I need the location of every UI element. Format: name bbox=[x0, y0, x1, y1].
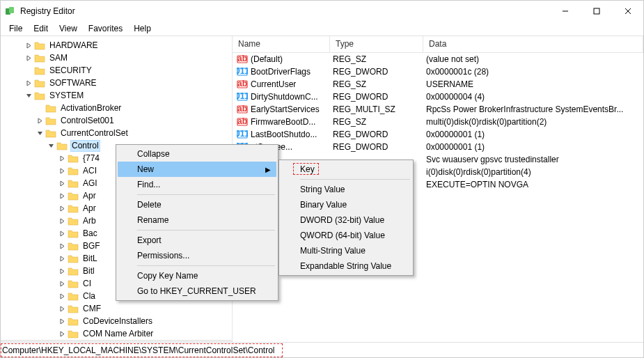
menu-view[interactable]: View bbox=[54, 22, 83, 35]
tree-item[interactable]: HARDWARE bbox=[1, 39, 232, 52]
ctx-goto[interactable]: Go to HKEY_CURRENT_USER bbox=[118, 283, 276, 299]
tree-item[interactable]: CMF bbox=[1, 302, 232, 315]
expander-icon[interactable] bbox=[56, 228, 68, 239]
value-name: FirmwareBootD... bbox=[251, 117, 315, 127]
expander-icon[interactable] bbox=[23, 65, 34, 76]
expander-icon[interactable] bbox=[56, 153, 68, 164]
tree-item[interactable]: SAM bbox=[1, 52, 232, 64]
menu-edit[interactable]: Edit bbox=[28, 22, 54, 35]
list-row[interactable]: ab(Default)REG_SZ(value not set) bbox=[233, 53, 643, 65]
ctx-copykeyname[interactable]: Copy Key Name bbox=[118, 268, 276, 283]
ctx-new-multistring[interactable]: Multi-String Value bbox=[281, 243, 411, 258]
expander-icon[interactable] bbox=[56, 303, 68, 314]
tree-label: COM Name Arbiter bbox=[81, 329, 155, 338]
list-row[interactable]: abCurrentUserREG_SZUSERNAME bbox=[233, 78, 643, 91]
value-icon: 011 bbox=[237, 129, 248, 140]
tree-label: Cla bbox=[81, 291, 97, 301]
list-row[interactable]: 011LastBootShutdo...REG_DWORD0x00000001 … bbox=[233, 128, 643, 141]
tree-item[interactable]: SOFTWARE bbox=[1, 77, 232, 89]
expander-icon[interactable] bbox=[34, 127, 45, 139]
value-data: multi(0)disk(0)rdisk(0)partition(2) bbox=[423, 117, 643, 127]
value-name: EarlyStartServices bbox=[251, 104, 320, 114]
value-data: USERNAME bbox=[423, 79, 643, 89]
list-row[interactable]: 011otSuccee...REG_DWORD0x00000001 (1) bbox=[233, 141, 643, 153]
list-row[interactable]: abEarlyStartServicesREG_MULTI_SZRpcSs Po… bbox=[233, 103, 643, 116]
list-row[interactable]: 011DirtyShutdownC...REG_DWORD0x00000004 … bbox=[233, 91, 643, 103]
tree-item[interactable]: ControlSet001 bbox=[1, 114, 232, 127]
value-type: REG_SZ bbox=[330, 117, 423, 127]
menu-favorites[interactable]: Favorites bbox=[83, 22, 128, 35]
expander-icon[interactable] bbox=[56, 178, 68, 189]
close-button[interactable] bbox=[612, 1, 643, 22]
list-row[interactable]: 011BootDriverFlagsREG_DWORD0x0000001c (2… bbox=[233, 65, 643, 78]
ctx-find[interactable]: Find... bbox=[118, 177, 276, 192]
minimize-button[interactable] bbox=[549, 1, 581, 22]
app-icon bbox=[5, 6, 16, 17]
expander-icon[interactable] bbox=[56, 328, 68, 339]
expander-icon[interactable] bbox=[23, 40, 34, 51]
ctx-sep bbox=[137, 230, 275, 231]
menu-file[interactable]: File bbox=[3, 22, 28, 35]
menu-help[interactable]: Help bbox=[128, 22, 157, 35]
tree-item[interactable]: ActivationBroker bbox=[1, 102, 232, 114]
list-row[interactable]: abFirmwareBootD...REG_SZmulti(0)disk(0)r… bbox=[233, 116, 643, 128]
tree-label: CI bbox=[81, 279, 93, 288]
ctx-new-dword[interactable]: DWORD (32-bit) Value bbox=[281, 212, 411, 228]
tree-label: CMF bbox=[81, 304, 102, 313]
expander-icon[interactable] bbox=[56, 265, 68, 277]
expander-icon[interactable] bbox=[23, 77, 34, 88]
tree-item[interactable]: SECURITY bbox=[1, 64, 232, 77]
expander-icon[interactable] bbox=[56, 215, 68, 226]
tree-item[interactable]: SYSTEM bbox=[1, 89, 232, 102]
expander-icon[interactable] bbox=[23, 52, 34, 63]
ctx-permissions[interactable]: Permissions... bbox=[118, 248, 276, 263]
tree-label: {774 bbox=[81, 153, 101, 163]
tree-item[interactable]: CoDeviceInstallers bbox=[1, 315, 232, 327]
tree-label: Bitl bbox=[81, 266, 96, 276]
col-data[interactable]: Data bbox=[423, 36, 643, 52]
ctx-new[interactable]: New▶ bbox=[118, 162, 276, 177]
expander-icon[interactable] bbox=[56, 278, 68, 289]
list-header: Name Type Data bbox=[233, 36, 643, 53]
expander-icon[interactable] bbox=[34, 102, 45, 114]
tree-label: SAM bbox=[48, 53, 69, 63]
maximize-button[interactable] bbox=[581, 1, 612, 22]
expander-icon[interactable] bbox=[56, 203, 68, 214]
scroll-right-icon[interactable]: ► bbox=[220, 342, 230, 343]
svg-rect-1 bbox=[9, 7, 14, 13]
scroll-left-icon[interactable]: ◄ bbox=[2, 342, 13, 343]
svg-text:ab: ab bbox=[237, 54, 247, 63]
value-data: (value not set) bbox=[423, 54, 643, 64]
ctx-new-string[interactable]: String Value bbox=[281, 182, 411, 197]
ctx-new-key[interactable]: Key bbox=[281, 162, 411, 177]
expander-icon[interactable] bbox=[56, 240, 68, 251]
ctx-collapse[interactable]: Collapse bbox=[118, 146, 276, 162]
tree-label: AGI bbox=[81, 178, 99, 188]
expander-icon[interactable] bbox=[56, 316, 68, 327]
value-data: 0x00000001 (1) bbox=[423, 130, 643, 139]
ctx-new-expandstring[interactable]: Expandable String Value bbox=[281, 258, 411, 274]
expander-icon[interactable] bbox=[34, 115, 45, 126]
ctx-delete[interactable]: Delete bbox=[118, 197, 276, 212]
tree-label: Arb bbox=[81, 216, 97, 226]
col-name[interactable]: Name bbox=[233, 36, 330, 52]
tree-scroll-thumb[interactable] bbox=[13, 342, 158, 343]
svg-text:011: 011 bbox=[237, 66, 248, 76]
expander-icon[interactable] bbox=[56, 190, 68, 201]
expander-icon[interactable] bbox=[56, 165, 68, 176]
col-type[interactable]: Type bbox=[330, 36, 423, 52]
ctx-new-qword[interactable]: QWORD (64-bit) Value bbox=[281, 228, 411, 243]
expander-icon[interactable] bbox=[56, 290, 68, 302]
ctx-rename[interactable]: Rename bbox=[118, 212, 276, 228]
expander-icon[interactable] bbox=[56, 253, 68, 264]
expander-icon[interactable] bbox=[23, 90, 34, 101]
tree-item[interactable]: COM Name Arbiter bbox=[1, 327, 232, 340]
value-icon: 011 bbox=[237, 66, 248, 77]
tree-item[interactable]: CurrentControlSet bbox=[1, 127, 232, 139]
ctx-new-binary[interactable]: Binary Value bbox=[281, 197, 411, 212]
tree-label: HARDWARE bbox=[48, 40, 100, 50]
tree-label: Apr bbox=[81, 203, 97, 213]
expander-icon[interactable] bbox=[45, 140, 56, 151]
ctx-export[interactable]: Export bbox=[118, 233, 276, 248]
tree-hscrollbar[interactable]: ◄ ► bbox=[1, 340, 232, 342]
